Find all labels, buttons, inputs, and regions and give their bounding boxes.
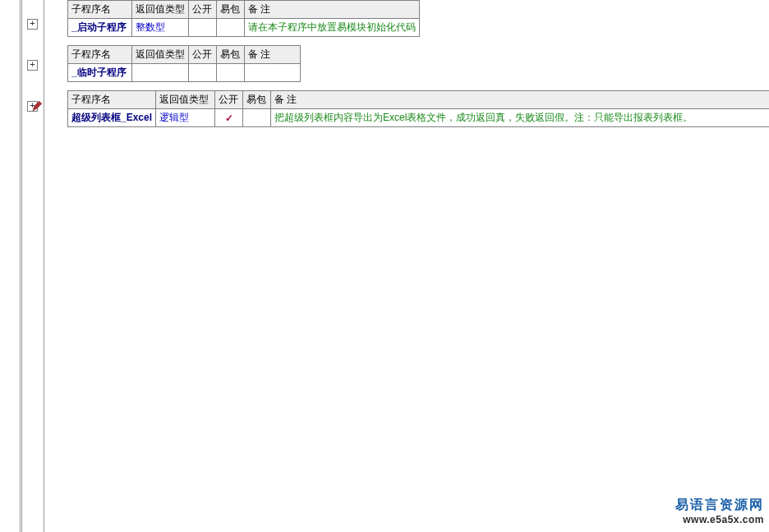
expand-button-1[interactable]: + <box>27 19 38 30</box>
subroutine-block-3: 子程序名 返回值类型 公开 易包 备 注 超级列表框_Excel 逻辑型 ✓ 把… <box>67 90 769 127</box>
edit-marker-icon <box>31 99 44 112</box>
header-note: 备 注 <box>245 46 301 64</box>
subroutine-block-2: 子程序名 返回值类型 公开 易包 备 注 _临时子程序 <box>67 45 769 82</box>
cell-type[interactable]: 整数型 <box>132 19 189 37</box>
cell-type[interactable]: 逻辑型 <box>156 109 215 127</box>
header-public: 公开 <box>215 91 243 109</box>
cell-name[interactable]: 超级列表框_Excel <box>68 109 156 127</box>
subroutine-table-3: 子程序名 返回值类型 公开 易包 备 注 超级列表框_Excel 逻辑型 ✓ 把… <box>67 90 769 127</box>
header-name: 子程序名 <box>68 1 132 19</box>
header-pkg: 易包 <box>243 91 271 109</box>
watermark-url: www.e5a5x.com <box>675 514 764 525</box>
subroutine-block-1: 子程序名 返回值类型 公开 易包 备 注 _启动子程序 整数型 请在本子程序中放… <box>67 0 769 37</box>
watermark-title: 易语言资源网 <box>675 497 764 514</box>
header-rettype: 返回值类型 <box>132 46 189 64</box>
header-name: 子程序名 <box>68 46 132 64</box>
header-rettype: 返回值类型 <box>156 91 215 109</box>
subroutine-table-2: 子程序名 返回值类型 公开 易包 备 注 _临时子程序 <box>67 45 301 82</box>
cell-public[interactable]: ✓ <box>215 109 243 127</box>
header-note: 备 注 <box>271 91 769 109</box>
tree-guide-line <box>21 0 22 532</box>
table-row[interactable]: _启动子程序 整数型 请在本子程序中放置易模块初始化代码 <box>68 19 420 37</box>
header-name: 子程序名 <box>68 91 156 109</box>
cell-public[interactable] <box>189 64 217 82</box>
header-rettype: 返回值类型 <box>132 1 189 19</box>
header-pkg: 易包 <box>217 46 245 64</box>
header-public: 公开 <box>189 1 217 19</box>
gutter: + + + <box>25 0 42 532</box>
cell-name[interactable]: _临时子程序 <box>68 64 132 82</box>
cell-pkg[interactable] <box>217 19 245 37</box>
cell-type[interactable] <box>132 64 189 82</box>
watermark: 易语言资源网 www.e5a5x.com <box>675 497 764 525</box>
checkmark-icon: ✓ <box>225 112 233 124</box>
cell-pkg[interactable] <box>217 64 245 82</box>
cell-name[interactable]: _启动子程序 <box>68 19 132 37</box>
table-row[interactable]: 超级列表框_Excel 逻辑型 ✓ 把超级列表框内容导出为Excel表格文件，成… <box>68 109 770 127</box>
header-note: 备 注 <box>245 1 420 19</box>
table-row[interactable]: _临时子程序 <box>68 64 301 82</box>
cell-note[interactable]: 请在本子程序中放置易模块初始化代码 <box>245 19 420 37</box>
cell-note[interactable] <box>245 64 301 82</box>
code-area: 子程序名 返回值类型 公开 易包 备 注 _启动子程序 整数型 请在本子程序中放… <box>44 0 769 532</box>
subroutine-table-1: 子程序名 返回值类型 公开 易包 备 注 _启动子程序 整数型 请在本子程序中放… <box>67 0 420 37</box>
cell-note[interactable]: 把超级列表框内容导出为Excel表格文件，成功返回真，失败返回假。注：只能导出报… <box>271 109 769 127</box>
expand-button-2[interactable]: + <box>27 60 38 71</box>
cell-pkg[interactable] <box>243 109 271 127</box>
header-pkg: 易包 <box>217 1 245 19</box>
cell-public[interactable] <box>189 19 217 37</box>
header-public: 公开 <box>189 46 217 64</box>
